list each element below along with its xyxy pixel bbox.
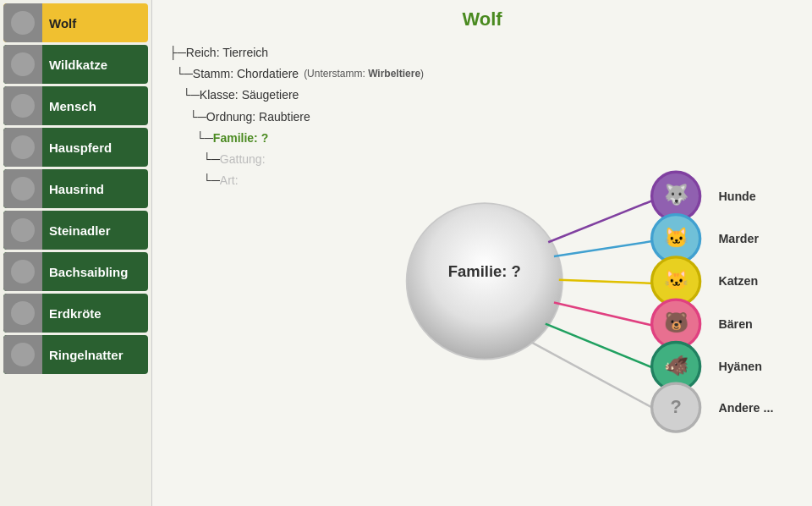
sidebar-label-hausrind: Hausrind <box>49 182 104 196</box>
katzen-label: Katzen <box>718 274 758 288</box>
svg-line-11 <box>548 200 655 242</box>
thumb-steinadler <box>3 211 42 250</box>
svg-line-16 <box>531 342 655 409</box>
sidebar-item-wolf[interactable]: Wolf <box>3 3 148 42</box>
sidebar-item-steinadler[interactable]: Steinadler <box>3 211 148 250</box>
svg-point-5 <box>11 218 35 242</box>
svg-text:Familie: ?: Familie: ? <box>448 262 521 280</box>
svg-text:🐱: 🐱 <box>664 226 689 250</box>
main-content: Wolf ├─ Reich: Tierreich└─ Stamm: Chorda… <box>152 0 812 506</box>
svg-point-9 <box>407 203 562 359</box>
sidebar-label-ringelnatter: Ringelnatter <box>49 348 123 362</box>
svg-text:🐺: 🐺 <box>664 184 689 207</box>
sidebar-label-wildkatze: Wildkatze <box>49 58 107 72</box>
sidebar-item-wildkatze[interactable]: Wildkatze <box>3 45 148 84</box>
hunde-label: Hunde <box>718 190 755 203</box>
sidebar-item-ringelnatter[interactable]: Ringelnatter <box>3 335 148 374</box>
thumb-hausrind <box>3 169 42 208</box>
andere-label: Andere ... <box>718 401 773 415</box>
sidebar-item-mensch[interactable]: Mensch <box>3 86 148 125</box>
svg-point-4 <box>11 177 35 201</box>
svg-line-12 <box>554 241 655 256</box>
thumb-wolf <box>3 3 42 42</box>
thumb-wildkatze <box>3 45 42 84</box>
sidebar-label-mensch: Mensch <box>49 99 96 113</box>
svg-point-3 <box>11 135 35 159</box>
sidebar-item-hauspferd[interactable]: Hauspferd <box>3 128 148 167</box>
thumb-hauspferd <box>3 128 42 167</box>
svg-point-8 <box>11 343 35 366</box>
svg-point-1 <box>11 52 35 76</box>
thumb-ringelnatter <box>3 335 42 374</box>
svg-point-2 <box>11 94 35 118</box>
svg-text:?: ? <box>670 396 681 417</box>
sidebar-item-hausrind[interactable]: Hausrind <box>3 169 148 208</box>
thumb-erdkroete <box>3 294 42 333</box>
svg-text:🐻: 🐻 <box>664 311 689 334</box>
hyaenen-label: Hyänen <box>718 360 761 373</box>
baeren-label: Bären <box>718 317 752 331</box>
thumb-mensch <box>3 86 42 125</box>
page-title: Wolf <box>169 8 795 30</box>
marder-label: Marder <box>718 232 759 245</box>
sidebar: WolfWildkatzeMenschHauspferdHausrindStei… <box>0 0 152 506</box>
svg-point-0 <box>11 11 35 35</box>
svg-text:🐗: 🐗 <box>664 354 689 377</box>
svg-text:🐱: 🐱 <box>664 268 689 292</box>
svg-point-7 <box>11 301 35 325</box>
sidebar-label-erdkroete: Erdkröte <box>49 306 102 321</box>
svg-line-15 <box>546 324 655 369</box>
sidebar-label-wolf: Wolf <box>49 16 76 30</box>
sidebar-label-hauspferd: Hauspferd <box>49 140 112 155</box>
thumb-bachsaibling <box>3 252 42 291</box>
svg-point-6 <box>11 260 35 283</box>
sidebar-item-erdkroete[interactable]: Erdkröte <box>3 294 148 333</box>
sidebar-item-bachsaibling[interactable]: Bachsaibling <box>3 252 148 291</box>
sidebar-label-steinadler: Steinadler <box>49 223 111 238</box>
svg-line-13 <box>559 280 655 283</box>
sidebar-label-bachsaibling: Bachsaibling <box>49 265 128 279</box>
svg-line-14 <box>554 303 655 327</box>
family-diagram: Familie: ? 🐺 Hunde 🐱 Marder <box>321 51 804 498</box>
